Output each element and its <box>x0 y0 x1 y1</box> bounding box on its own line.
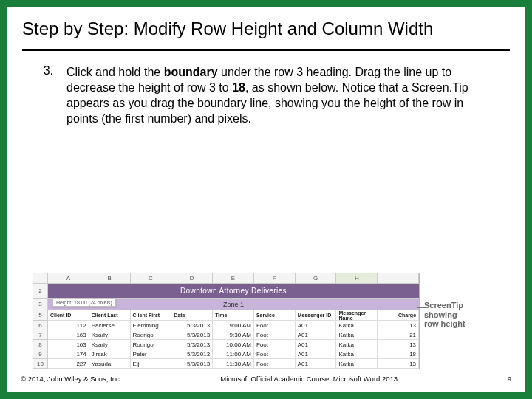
cell: Ksady <box>89 340 131 349</box>
row-header: 6 <box>33 321 48 330</box>
cell: A01 <box>296 321 337 330</box>
cell: 163 <box>48 340 89 349</box>
cell: Katka <box>336 321 378 330</box>
cell: Jirsak <box>89 349 131 359</box>
cell: Rodrigo <box>131 330 172 340</box>
cell: 10:00 AM <box>213 340 254 349</box>
row-header: 8 <box>33 340 48 349</box>
col-header: D <box>171 273 213 283</box>
cell: 5/3/2013 <box>171 349 213 359</box>
cell: Yasuda <box>89 359 131 369</box>
cell: 13 <box>378 321 419 330</box>
cell: Katka <box>336 349 378 359</box>
cell: Rodrigo <box>131 340 172 349</box>
title-band: Downtown Attorney Deliveries <box>48 284 419 299</box>
spreadsheet-figure: A B C D E F G H I 2 Downtown Attorney De… <box>33 273 492 369</box>
row-header: 2 <box>33 284 48 299</box>
select-all-corner <box>33 273 48 283</box>
table-row: 7 163 Ksady Rodrigo 5/3/2013 9:30 AM Foo… <box>33 330 419 340</box>
cell: 5/3/2013 <box>171 359 213 369</box>
cell: Foot <box>254 359 296 369</box>
cell: Katka <box>336 359 378 369</box>
cell: 18 <box>378 349 419 359</box>
cell: 5/3/2013 <box>171 340 213 349</box>
row-header: 9 <box>33 349 48 359</box>
table-header-row: 5 Client ID Client Last Client First Dat… <box>33 310 419 321</box>
title-band-row: 2 Downtown Attorney Deliveries <box>33 284 419 299</box>
step-text: Click and hold the boundary under the ro… <box>66 64 492 126</box>
cell: 163 <box>48 330 89 340</box>
col-title: Client First <box>131 310 172 321</box>
row-header: 3 <box>33 299 48 310</box>
cell: 5/3/2013 <box>171 330 213 340</box>
table-row: 9 174 Jirsak Peter 5/3/2013 11:00 AM Foo… <box>33 349 419 359</box>
step-bold-18: 18 <box>232 81 245 94</box>
cell: Katka <box>336 340 378 349</box>
cell: Peter <box>131 349 172 359</box>
col-header: C <box>131 273 172 283</box>
col-header: B <box>89 273 131 283</box>
callout-line1: ScreenTip <box>424 301 492 310</box>
screentip: Height: 18.00 (24 pixels) <box>52 299 116 307</box>
footer-page-number: 9 <box>497 375 511 383</box>
table-row: 8 163 Ksady Rodrigo 5/3/2013 10:00 AM Fo… <box>33 340 419 349</box>
col-title: Charge <box>378 310 419 321</box>
cell: Ksady <box>89 330 131 340</box>
col-title: Time <box>213 310 254 321</box>
col-title: Date <box>171 310 213 321</box>
col-header: E <box>213 273 254 283</box>
col-header: A <box>48 273 89 283</box>
slide-header: Step by Step: Modify Row Height and Colu… <box>7 7 525 44</box>
cell: A01 <box>296 330 337 340</box>
table-row: 6 112 Pacierse Flemming 5/3/2013 9:00 AM… <box>33 321 419 330</box>
row-header: 10 <box>33 359 48 369</box>
cell: 13 <box>378 340 419 349</box>
footer-course-title: Microsoft Official Academic Course, Micr… <box>121 375 497 383</box>
slide: Step by Step: Modify Row Height and Colu… <box>0 0 532 399</box>
cell: A01 <box>296 340 337 349</box>
cell: 112 <box>48 321 89 330</box>
cell: 174 <box>48 349 89 359</box>
row-header: 5 <box>33 310 48 321</box>
col-title: Client ID <box>48 310 89 321</box>
slide-body: 3. Click and hold the boundary under the… <box>7 51 525 259</box>
table-row: 10 227 Yasuda Eiji 5/3/2013 11:30 AM Foo… <box>33 359 419 369</box>
cell: Pacierse <box>89 321 131 330</box>
cell: Katka <box>336 330 378 340</box>
cell: Flemming <box>131 321 172 330</box>
cell: A01 <box>296 349 337 359</box>
col-header-selected: H <box>336 273 378 283</box>
callout-leader-line <box>417 307 427 308</box>
cell: Foot <box>254 349 296 359</box>
cell: A01 <box>296 359 337 369</box>
cell: 9:30 AM <box>213 330 254 340</box>
slide-title: Step by Step: Modify Row Height and Colu… <box>22 18 510 40</box>
cell: 227 <box>48 359 89 369</box>
step-text-frag: Click and hold the <box>66 66 164 78</box>
cell: 13 <box>378 359 419 369</box>
cell: Foot <box>254 321 296 330</box>
col-header: G <box>296 273 337 283</box>
cell: 5/3/2013 <box>171 321 213 330</box>
cell: 9:00 AM <box>213 321 254 330</box>
col-title: Service <box>254 310 296 321</box>
col-header: F <box>254 273 296 283</box>
col-title: Client Last <box>89 310 131 321</box>
cell: 11:30 AM <box>213 359 254 369</box>
slide-footer: © 2014, John Wiley & Sons, Inc. Microsof… <box>7 369 525 392</box>
spreadsheet: A B C D E F G H I 2 Downtown Attorney De… <box>33 273 420 369</box>
callout-screentip: ScreenTip showing row height <box>424 273 492 329</box>
callout-line2: showing <box>424 310 492 320</box>
step-bold-boundary: boundary <box>164 66 218 78</box>
callout-line3: row height <box>424 319 492 329</box>
cell: 11:00 AM <box>213 349 254 359</box>
zone-band-row: 3 Zone 1 Height: 18.00 (24 pixels) <box>33 299 419 310</box>
footer-copyright: © 2014, John Wiley & Sons, Inc. <box>21 375 121 383</box>
row-header: 7 <box>33 330 48 340</box>
cell: Foot <box>254 340 296 349</box>
col-title: Messenger ID <box>296 310 337 321</box>
cell: Eiji <box>131 359 172 369</box>
col-header: I <box>378 273 419 283</box>
step-number: 3. <box>40 64 53 126</box>
col-title: Messenger Name <box>336 310 378 321</box>
